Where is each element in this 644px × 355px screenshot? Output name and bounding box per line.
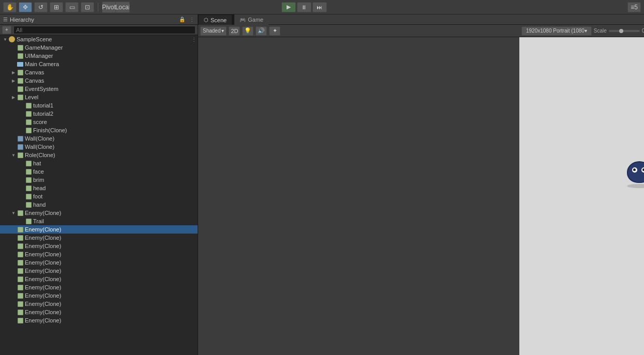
tree-item-enemy13[interactable]: Enemy(Clone) bbox=[0, 316, 198, 325]
arrow-score bbox=[19, 119, 25, 125]
tree-item-score[interactable]: score bbox=[0, 118, 198, 126]
tree-item-brim[interactable]: brim bbox=[0, 176, 198, 184]
tree-item-enemy6[interactable]: Enemy(Clone) bbox=[0, 258, 198, 267]
arrow-tutorial2 bbox=[19, 111, 25, 117]
local-btn[interactable]: Local bbox=[116, 2, 129, 12]
top-toolbar: ✋ ✥ ↺ ⊞ ▭ ⊡ Pivot Local ▶ ⏸ ⏭ ≡5 bbox=[0, 0, 644, 14]
tree-item-hat[interactable]: hat bbox=[0, 159, 198, 167]
tree-item-enemy1[interactable]: Enemy(Clone) bbox=[0, 209, 198, 217]
tree-item-face[interactable]: face bbox=[0, 167, 198, 176]
tree-item-canvas1[interactable]: Canvas bbox=[0, 68, 198, 76]
hierarchy-search-bar: + bbox=[0, 25, 198, 35]
go-icon-eventsystem bbox=[17, 85, 24, 92]
rotate-tool-btn[interactable]: ↺ bbox=[34, 2, 48, 12]
lock-icon[interactable]: 🔒 bbox=[179, 17, 185, 22]
label-level: Level bbox=[25, 94, 198, 100]
slime-eye-right bbox=[641, 167, 644, 173]
tree-item-enemy12[interactable]: Enemy(Clone) bbox=[0, 308, 198, 316]
tree-item-finish[interactable]: Finish(Clone) bbox=[0, 126, 198, 134]
slime-body bbox=[627, 161, 644, 183]
arrow-level bbox=[10, 94, 17, 100]
tab-scene[interactable]: ⬡ Scene bbox=[198, 14, 232, 25]
hierarchy-panel: ☰ Hierarchy 🔒 ⋮ + SampleScene ⋮ GameMana… bbox=[0, 14, 198, 355]
arrow-enemy4 bbox=[10, 243, 17, 249]
tree-item-canvas2[interactable]: Canvas bbox=[0, 76, 198, 85]
label-canvas1: Canvas bbox=[25, 69, 198, 75]
tree-item-foot[interactable]: foot bbox=[0, 192, 198, 200]
tree-item-enemy2[interactable]: Enemy(Clone) bbox=[0, 225, 198, 234]
2d-btn[interactable]: 2D bbox=[229, 26, 240, 36]
tab-game[interactable]: 🎮 Game bbox=[234, 14, 268, 25]
go-icon-head bbox=[25, 184, 32, 192]
shading-dropdown[interactable]: Shaded ▾ bbox=[200, 26, 227, 36]
tree-item-enemy5[interactable]: Enemy(Clone) bbox=[0, 250, 198, 258]
rect-tool-btn[interactable]: ▭ bbox=[65, 2, 79, 12]
hierarchy-search-input[interactable] bbox=[13, 26, 196, 34]
hand-tool-btn[interactable]: ✋ bbox=[3, 2, 17, 12]
fx-btn[interactable]: ✦ bbox=[269, 26, 280, 36]
resolution-dropdown[interactable]: 1920x1080 Portrait (1080 ▾ bbox=[521, 26, 592, 36]
tree-item-tutorial2[interactable]: tutorial2 bbox=[0, 110, 198, 118]
tree-item-enemy7[interactable]: Enemy(Clone) bbox=[0, 267, 198, 275]
tree-item-enemy8[interactable]: Enemy(Clone) bbox=[0, 275, 198, 283]
arrow-canvas2 bbox=[10, 78, 17, 84]
step-btn[interactable]: ⏭ bbox=[312, 2, 327, 12]
tree-item-head[interactable]: head bbox=[0, 184, 198, 192]
go-icon-hat bbox=[25, 160, 32, 167]
label-enemy7: Enemy(Clone) bbox=[25, 268, 198, 274]
arrow-enemy8 bbox=[10, 276, 17, 282]
tree-item-trail[interactable]: Trail bbox=[0, 217, 198, 225]
go-icon-tutorial2 bbox=[25, 110, 32, 117]
tree-item-wall1[interactable]: Wall(Clone) bbox=[0, 134, 198, 143]
label-maincamera: Main Camera bbox=[25, 61, 198, 67]
go-icon-brim bbox=[25, 176, 32, 183]
tree-item-wall2[interactable]: Wall(Clone) bbox=[0, 143, 198, 151]
arrow-canvas1 bbox=[10, 69, 17, 75]
collab-btn[interactable]: ≡5 bbox=[627, 2, 641, 12]
tree-item-eventsystem[interactable]: EventSystem bbox=[0, 85, 198, 93]
game-viewport[interactable]: Statistics Audio: Level: -74.8 dB DSP lo… bbox=[519, 37, 644, 355]
move-tool-btn[interactable]: ✥ bbox=[19, 2, 32, 12]
tree-item-gamemanager[interactable]: GameManager bbox=[0, 43, 198, 52]
scale-slider[interactable] bbox=[609, 30, 640, 32]
add-hierarchy-btn[interactable]: + bbox=[2, 26, 11, 34]
tree-item-enemy3[interactable]: Enemy(Clone) bbox=[0, 234, 198, 242]
go-icon-hand bbox=[25, 201, 32, 208]
scale-tool-btn[interactable]: ⊞ bbox=[50, 2, 63, 12]
scale-label: Scale bbox=[594, 28, 607, 34]
play-btn[interactable]: ▶ bbox=[281, 2, 296, 12]
scene-menu-dots[interactable]: ⋮ bbox=[190, 36, 198, 43]
light-btn[interactable]: 💡 bbox=[242, 26, 253, 36]
tree-item-enemy10[interactable]: Enemy(Clone) bbox=[0, 291, 198, 300]
tree-item-hand[interactable]: hand bbox=[0, 200, 198, 209]
arrow-face bbox=[19, 168, 25, 175]
arrow-enemy1 bbox=[10, 210, 17, 216]
go-icon-enemy10 bbox=[17, 292, 24, 299]
tree-item-enemy9[interactable]: Enemy(Clone) bbox=[0, 283, 198, 291]
arrow-enemy13 bbox=[10, 317, 17, 323]
tree-item-enemy11[interactable]: Enemy(Clone) bbox=[0, 300, 198, 308]
arrow-hand bbox=[19, 202, 25, 208]
tree-item-tutorial1[interactable]: tutorial1 bbox=[0, 101, 198, 110]
arrow-enemy12 bbox=[10, 309, 17, 315]
tree-item-enemy4[interactable]: Enemy(Clone) bbox=[0, 242, 198, 250]
tree-item-samplescene[interactable]: SampleScene ⋮ bbox=[0, 35, 198, 43]
tree-item-uimanager[interactable]: UIManager bbox=[0, 52, 198, 60]
pivot-btn[interactable]: Pivot bbox=[102, 2, 116, 12]
pivot-local-group: Pivot Local bbox=[102, 2, 130, 13]
arrow-enemy7 bbox=[10, 268, 17, 274]
scene-tab-icon: ⬡ bbox=[204, 17, 208, 23]
label-brim: brim bbox=[33, 177, 198, 183]
panel-menu-icon[interactable]: ⋮ bbox=[189, 17, 194, 22]
main-layout: ☰ Hierarchy 🔒 ⋮ + SampleScene ⋮ GameMana… bbox=[0, 14, 644, 355]
transform-tool-btn[interactable]: ⊡ bbox=[81, 2, 94, 12]
label-head: head bbox=[33, 185, 198, 191]
audio-btn[interactable]: 🔊 bbox=[256, 26, 267, 36]
slime-pupil-left bbox=[633, 168, 636, 171]
label-canvas2: Canvas bbox=[25, 78, 198, 84]
tree-item-roleclone[interactable]: Role(Clone) bbox=[0, 151, 198, 159]
tree-item-maincamera[interactable]: Main Camera bbox=[0, 60, 198, 68]
pause-btn[interactable]: ⏸ bbox=[297, 2, 311, 12]
arrow-trail bbox=[19, 218, 25, 224]
tree-item-level[interactable]: Level bbox=[0, 93, 198, 101]
